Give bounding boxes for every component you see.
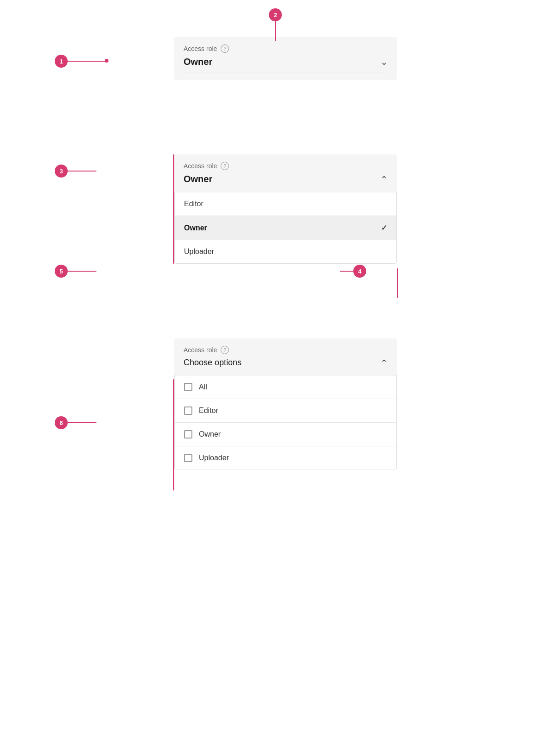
- badge-6: 6: [55, 416, 68, 429]
- dropdown-list-2: Editor Owner ✓ Uploader: [174, 192, 397, 264]
- checkbox-editor[interactable]: [184, 407, 192, 415]
- badge-1: 1: [55, 55, 68, 68]
- checkbox-item-all[interactable]: All: [175, 375, 396, 399]
- checkbox-item-uploader[interactable]: Uploader: [175, 446, 396, 470]
- chevron-up-icon-3: ⌃: [381, 359, 388, 367]
- checkbox-item-editor[interactable]: Editor: [175, 399, 396, 423]
- selected-value-2: Owner: [184, 174, 212, 184]
- access-role-label-2: Access role: [184, 162, 217, 170]
- checkbox-owner[interactable]: [184, 430, 192, 438]
- checkbox-all[interactable]: [184, 383, 192, 391]
- help-icon-3[interactable]: ?: [221, 346, 229, 354]
- list-item-owner-2[interactable]: Owner ✓: [175, 216, 396, 240]
- checkbox-uploader[interactable]: [184, 454, 192, 462]
- chevron-up-icon-2: ⌃: [381, 175, 388, 184]
- badge-3: 3: [55, 165, 68, 178]
- dropdown-list-3: All Editor Owner Uploader: [174, 375, 397, 470]
- check-icon-2: ✓: [381, 223, 387, 232]
- list-item-uploader-2[interactable]: Uploader: [175, 240, 396, 263]
- chevron-down-icon-1: ⌄: [381, 58, 388, 66]
- list-item-editor-2[interactable]: Editor: [175, 192, 396, 216]
- help-icon-1[interactable]: ?: [221, 44, 229, 53]
- open-dropdown-header-3[interactable]: Access role ? Choose options ⌃: [174, 338, 397, 375]
- help-icon-2[interactable]: ?: [221, 162, 229, 170]
- checkbox-item-owner[interactable]: Owner: [175, 423, 396, 446]
- open-dropdown-header-2[interactable]: Access role ? Owner ⌃: [174, 154, 397, 192]
- selected-value-1: Owner: [184, 57, 212, 67]
- access-role-label-3: Access role: [184, 346, 217, 354]
- access-role-label-1: Access role: [184, 45, 217, 52]
- closed-dropdown[interactable]: Access role ? Owner ⌄: [174, 37, 397, 80]
- badge-4: 4: [353, 265, 366, 278]
- badge-5: 5: [55, 265, 68, 278]
- badge-2: 2: [269, 8, 282, 21]
- placeholder-value-3: Choose options: [184, 358, 242, 368]
